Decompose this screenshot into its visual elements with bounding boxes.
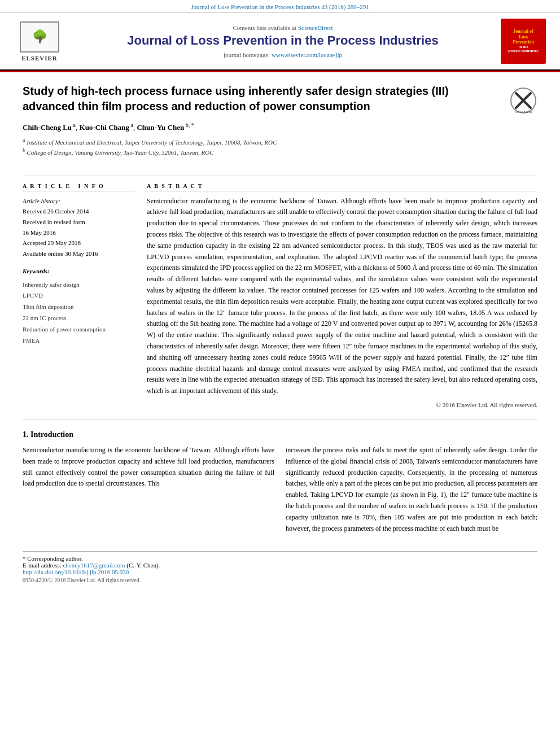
introduction-section: 1. Introduction Semiconductor manufactur… bbox=[23, 430, 537, 534]
intro-heading: 1. Introduction bbox=[23, 430, 537, 439]
online-date: Available online 30 May 2016 bbox=[23, 248, 135, 259]
svg-text:CrossMark: CrossMark bbox=[514, 110, 532, 114]
received-date: Received 26 October 2014 bbox=[23, 206, 135, 217]
homepage-link[interactable]: www.elsevier.com/locate/jlp bbox=[272, 51, 342, 58]
keyword-2: LPCVD bbox=[23, 290, 135, 302]
keyword-6: FMEA bbox=[23, 335, 135, 347]
author-1: Chih-Cheng Lu bbox=[23, 123, 72, 132]
article-title-container: Study of high-tech process furnace using… bbox=[23, 84, 501, 162]
authors-line: Chih-Cheng Lu a, Kuo-Chi Chang a, Chun-Y… bbox=[23, 122, 501, 132]
intro-right-col: increases the process risks and fails to… bbox=[286, 445, 537, 534]
affiliation-a: a Institute of Mechanical and Electrical… bbox=[23, 137, 501, 147]
keyword-5: Reduction of power consumption bbox=[23, 324, 135, 335]
crossmark-icon: CrossMark bbox=[509, 86, 537, 115]
keyword-4: 22 nm IC process bbox=[23, 313, 135, 324]
header-logo-left: 🌳 ELSEVIER bbox=[11, 21, 68, 62]
intro-two-col: Semiconductor manufacturing is the econo… bbox=[23, 445, 537, 534]
elsevier-label: ELSEVIER bbox=[21, 55, 58, 62]
article-info-column: A R T I C L E I N F O Article history: R… bbox=[23, 183, 135, 408]
header-logo-right: Journal ofLossPrevention in theprocess i… bbox=[498, 19, 549, 64]
journal-citation: Journal of Loss Prevention in the Proces… bbox=[191, 3, 369, 10]
science-direct-link[interactable]: ScienceDirect bbox=[298, 24, 333, 31]
article-history-block: Article history: Received 26 October 201… bbox=[23, 196, 135, 259]
top-bar: Journal of Loss Prevention in the Proces… bbox=[0, 0, 560, 13]
intro-right-text: increases the process risks and fails to… bbox=[286, 445, 537, 534]
abstract-heading: A B S T R A C T bbox=[147, 183, 537, 191]
issn-line: 0950-4230/© 2016 Elsevier Ltd. All right… bbox=[23, 577, 537, 583]
revised-label: Received in revised form bbox=[23, 217, 135, 228]
copyright-line: © 2016 Elsevier Ltd. All rights reserved… bbox=[147, 401, 537, 408]
intro-left-col: Semiconductor manufacturing is the econo… bbox=[23, 445, 274, 534]
section-divider-1 bbox=[23, 176, 537, 176]
section-divider-2 bbox=[23, 420, 537, 420]
footnote-section: * Corresponding author. E-mail address: … bbox=[23, 551, 537, 583]
abstract-column: A B S T R A C T Semiconductor manufactur… bbox=[147, 183, 537, 408]
article-title: Study of high-tech process furnace using… bbox=[23, 84, 501, 114]
intro-left-text: Semiconductor manufacturing is the econo… bbox=[23, 445, 274, 490]
badge-title: Journal ofLossPrevention bbox=[513, 29, 533, 45]
badge-subtitle: in theprocess industries bbox=[508, 45, 538, 54]
doi-link[interactable]: http://dx.doi.org/10.1016/j.jlp.2016.05.… bbox=[23, 569, 129, 575]
keywords-block: Keywords: Inherently safer design LPCVD … bbox=[23, 266, 135, 347]
keyword-3: Thin film deposition bbox=[23, 302, 135, 313]
header-section: 🌳 ELSEVIER Contents lists available at S… bbox=[0, 13, 560, 71]
journal-title: Journal of Loss Prevention in the Proces… bbox=[73, 33, 492, 48]
article-info-heading: A R T I C L E I N F O bbox=[23, 183, 135, 191]
tree-icon: 🌳 bbox=[32, 30, 47, 43]
email-link[interactable]: chency1617@gmail.com bbox=[63, 562, 125, 569]
article-info-abstract-section: A R T I C L E I N F O Article history: R… bbox=[23, 183, 537, 408]
abstract-text: Semiconductor manufacturing is the econo… bbox=[147, 196, 537, 397]
header-center: Contents lists available at ScienceDirec… bbox=[68, 24, 498, 58]
article-title-section: Study of high-tech process furnace using… bbox=[23, 84, 537, 168]
email-line: E-mail address: chency1617@gmail.com (C.… bbox=[23, 562, 537, 569]
journal-homepage: journal homepage: www.elsevier.com/locat… bbox=[73, 51, 492, 58]
keywords-heading: Keywords: bbox=[23, 266, 135, 277]
history-label: Article history: bbox=[23, 198, 60, 204]
accepted-date: Accepted 29 May 2016 bbox=[23, 238, 135, 248]
elsevier-logo-box: 🌳 bbox=[20, 21, 59, 53]
keyword-1: Inherently safer design bbox=[23, 279, 135, 291]
corresponding-author: * Corresponding author. bbox=[23, 555, 537, 562]
affiliations: a Institute of Mechanical and Electrical… bbox=[23, 137, 501, 157]
article-main: Study of high-tech process furnace using… bbox=[0, 72, 560, 595]
revised-date: 16 May 2016 bbox=[23, 228, 135, 238]
loss-prevention-badge: Journal ofLossPrevention in theprocess i… bbox=[501, 19, 546, 64]
affiliation-b: b College of Design, Vanung University, … bbox=[23, 147, 501, 157]
author-3: Chun-Yu Chen bbox=[137, 123, 184, 132]
author-2: Kuo-Chi Chang bbox=[80, 123, 130, 132]
science-direct-label: Contents lists available at ScienceDirec… bbox=[73, 24, 492, 31]
